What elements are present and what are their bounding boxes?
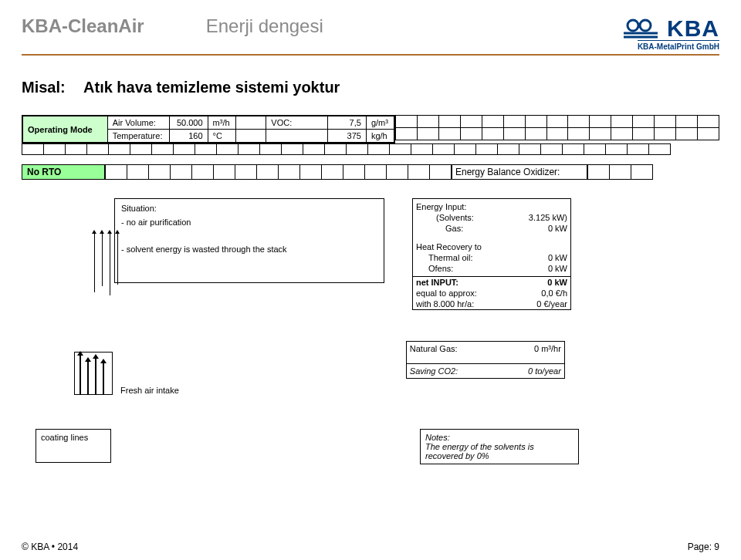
net-input-val: 0 kW: [515, 277, 570, 288]
coating-lines-box: coating lines: [36, 429, 111, 463]
footer-left: © KBA • 2014: [22, 541, 78, 552]
fresh-air-arrows: [74, 352, 113, 395]
thermal-label: Thermal oil:: [413, 252, 506, 263]
subtitle-row: Misal: Atık hava temizleme sistemi yoktu…: [22, 79, 719, 96]
notes-text: The energy of the solvents is recovered …: [425, 442, 574, 460]
gas-co2-box: Natural Gas:0 m³/hr Saving CO2:0 to/year: [406, 341, 565, 379]
air-volume-unit: m³/h: [208, 116, 235, 130]
empty-grid-row: [22, 143, 671, 155]
title-sub: Enerji dengesi: [206, 15, 323, 37]
situation-box: Situation: - no air purification - solve…: [114, 198, 384, 283]
svg-point-1: [640, 20, 651, 31]
saving-co2-val: 0 to/year: [498, 363, 564, 378]
logo: KBA KBA-MetalPrint GmbH: [622, 15, 719, 51]
notes-box: Notes: The energy of the solvents is rec…: [420, 429, 579, 464]
ofens-label: Ofens:: [413, 263, 506, 276]
natural-gas-label: Natural Gas:: [407, 342, 498, 356]
saving-co2-label: Saving CO2:: [407, 363, 498, 378]
mid-grid: [105, 164, 452, 180]
no-rto-label: No RTO: [22, 164, 105, 180]
with-val: 0 €/year: [515, 299, 570, 309]
net-input-label: net INPUT:: [413, 277, 515, 288]
temp-label: Temperature:: [107, 130, 169, 143]
right-grid-tail: [587, 164, 653, 180]
operating-mode-label: Operating Mode: [23, 116, 108, 143]
gas-label: Gas:: [413, 223, 506, 234]
solvents-label: (Solvents:: [413, 212, 506, 223]
situation-title: Situation:: [121, 202, 377, 216]
params-box: Operating Mode Air Volume: 50.000 m³/h V…: [22, 115, 395, 143]
energy-balance-label: Energy Balance Oxidizer:: [452, 164, 587, 180]
footer: © KBA • 2014 Page: 9: [22, 541, 719, 552]
header: KBA-CleanAir Enerji dengesi KBA KBA-Meta…: [22, 15, 719, 56]
subtitle-text: Atık hava temizleme sistemi yoktur: [83, 79, 340, 96]
situation-line2: - solvent energy is wasted through the s…: [121, 243, 377, 257]
temp-val: 160: [169, 130, 208, 143]
stack-arrows: [91, 234, 128, 302]
solvents-val: 3.125 kW): [506, 212, 570, 223]
svg-point-0: [628, 20, 638, 31]
title-main: KBA-CleanAir: [22, 15, 144, 37]
situation-line1: - no air purification: [121, 216, 377, 230]
gas-val: 0 kW: [506, 223, 570, 234]
load-val: 375: [328, 130, 367, 143]
with-label: with 8.000 hr/a:: [413, 299, 515, 309]
voc-unit: g/m³: [366, 116, 394, 130]
kba-logo-icon: [622, 18, 661, 39]
heat-recovery-title: Heat Recovery to: [413, 241, 570, 252]
thermal-val: 0 kW: [506, 252, 570, 263]
fresh-air-label: Fresh air intake: [120, 386, 179, 395]
subtitle-label: Misal:: [22, 79, 66, 96]
logo-subtitle: KBA-MetalPrint GmbH: [638, 40, 719, 51]
approx-val: 0,0 €/h: [515, 288, 570, 299]
voc-val: 7,5: [328, 116, 367, 130]
air-volume-label: Air Volume:: [107, 116, 169, 130]
ofens-val: 0 kW: [506, 263, 570, 276]
temp-unit: °C: [208, 130, 235, 143]
notes-title: Notes:: [425, 433, 574, 442]
air-volume-val: 50.000: [169, 116, 208, 130]
load-unit: kg/h: [366, 130, 394, 143]
logo-text: KBA: [667, 15, 719, 42]
grid-tail: [395, 115, 719, 143]
energy-input-box: Energy Input: (Solvents:3.125 kW) Gas:0 …: [412, 198, 571, 277]
natural-gas-val: 0 m³/hr: [498, 342, 564, 356]
net-input-box: net INPUT:0 kW equal to approx:0,0 €/h w…: [412, 277, 571, 310]
voc-label: VOC:: [266, 116, 328, 130]
footer-right: Page: 9: [688, 541, 719, 552]
energy-input-title: Energy Input:: [413, 199, 570, 212]
approx-label: equal to approx:: [413, 288, 515, 299]
